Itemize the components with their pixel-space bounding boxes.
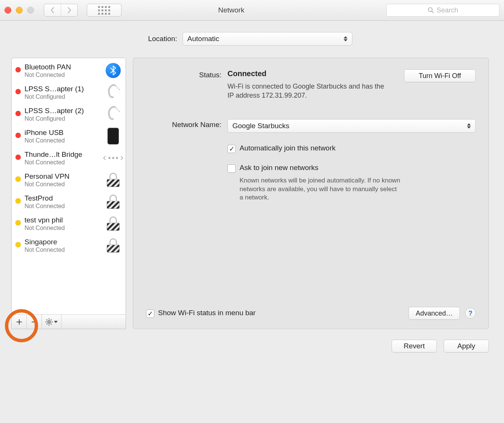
search-input[interactable]: Search <box>386 4 499 17</box>
service-status: Not Configured <box>25 93 101 100</box>
location-value: Automatic <box>187 35 219 43</box>
show-menubar-checkbox-row[interactable]: Show Wi-Fi status in menu bar <box>146 309 256 318</box>
add-service-button[interactable] <box>12 315 27 329</box>
service-status: Not Connected <box>25 225 101 231</box>
ask-join-checkbox[interactable] <box>227 164 236 173</box>
show-menubar-checkbox[interactable] <box>146 310 154 318</box>
service-sidebar: Bluetooth PANNot ConnectedLPSS S…apter (… <box>11 58 126 329</box>
footer-buttons: Revert Apply <box>11 340 489 352</box>
service-item[interactable]: iPhone USBNot Connected <box>12 125 126 147</box>
service-status: Not Connected <box>25 72 101 78</box>
service-item[interactable]: Personal VPNNot Connected <box>12 169 126 191</box>
revert-button[interactable]: Revert <box>392 340 437 352</box>
search-icon <box>427 7 434 14</box>
minimize-window-button[interactable] <box>16 7 23 14</box>
service-status: Not Connected <box>25 247 101 253</box>
auto-join-checkbox-row[interactable]: Automatically join this network <box>227 144 476 153</box>
auto-join-label: Automatically join this network <box>240 144 336 152</box>
question-icon: ? <box>469 310 473 317</box>
service-action-menu[interactable] <box>42 315 61 329</box>
thunderbolt-icon <box>104 156 123 159</box>
status-label: Status: <box>146 69 221 79</box>
minus-icon <box>31 319 38 325</box>
status-led-icon <box>15 155 21 160</box>
forward-button[interactable] <box>61 4 77 16</box>
serial-phone-icon <box>105 105 121 124</box>
svg-line-15 <box>47 323 48 324</box>
search-placeholder: Search <box>436 6 458 14</box>
bluetooth-icon <box>106 63 121 78</box>
wifi-toggle-button[interactable]: Turn Wi-Fi Off <box>404 69 476 82</box>
service-item[interactable]: TestProdNot Connected <box>12 191 126 213</box>
ask-join-label: Ask to join new networks <box>240 164 318 172</box>
window-title: Network <box>80 6 383 14</box>
plus-icon <box>16 319 23 325</box>
svg-line-16 <box>51 319 51 320</box>
svg-point-4 <box>119 89 120 90</box>
svg-point-5 <box>116 108 117 109</box>
svg-point-7 <box>119 110 120 112</box>
location-label: Location: <box>148 35 177 43</box>
service-name: Bluetooth PAN <box>25 63 101 71</box>
lock-icon <box>107 238 120 253</box>
help-button[interactable]: ? <box>465 308 476 319</box>
svg-point-2 <box>116 86 117 87</box>
status-led-icon <box>15 89 21 94</box>
advanced-button[interactable]: Advanced… <box>409 307 460 320</box>
svg-line-14 <box>51 323 51 324</box>
stepper-icon <box>344 35 349 43</box>
service-name: LPSS S…apter (1) <box>25 85 101 93</box>
nav-segment <box>44 4 78 17</box>
gear-icon <box>45 318 53 326</box>
status-led-icon <box>15 220 21 225</box>
network-name-value: Google Starbucks <box>232 122 289 130</box>
status-led-icon <box>15 111 21 116</box>
window-controls <box>5 7 34 14</box>
location-select[interactable]: Automatic <box>183 32 352 46</box>
status-led-icon <box>15 198 21 204</box>
network-name-select[interactable]: Google Starbucks <box>227 119 476 133</box>
service-status: Not Connected <box>25 203 101 210</box>
remove-service-button[interactable] <box>27 315 42 329</box>
ask-join-checkbox-row[interactable]: Ask to join new networks <box>227 164 476 173</box>
close-window-button[interactable] <box>5 7 11 14</box>
service-list[interactable]: Bluetooth PANNot ConnectedLPSS S…apter (… <box>12 58 126 314</box>
service-item[interactable]: SingaporeNot Connected <box>12 234 126 256</box>
lock-icon <box>107 216 120 231</box>
chevron-right-icon <box>67 7 72 14</box>
auto-join-checkbox[interactable] <box>227 145 236 153</box>
service-status: Not Connected <box>25 181 101 188</box>
service-item[interactable]: test vpn philNot Connected <box>12 213 126 234</box>
service-name: Personal VPN <box>25 172 101 181</box>
service-name: test vpn phil <box>25 216 101 224</box>
service-item[interactable]: Thunde…lt BridgeNot Connected <box>12 147 126 169</box>
svg-line-13 <box>47 319 48 320</box>
apply-button[interactable]: Apply <box>444 340 489 352</box>
service-name: LPSS S…apter (2) <box>25 107 101 115</box>
service-item[interactable]: LPSS S…apter (2)Not Configured <box>12 103 126 125</box>
service-name: TestProd <box>25 194 101 202</box>
iphone-icon <box>108 128 119 144</box>
status-led-icon <box>15 67 21 72</box>
svg-line-1 <box>432 11 434 13</box>
chevron-down-icon <box>54 321 58 323</box>
svg-point-6 <box>117 109 118 110</box>
service-item[interactable]: LPSS S…apter (1)Not Configured <box>12 81 126 103</box>
titlebar: Network Search <box>0 0 504 21</box>
lock-icon <box>107 195 120 209</box>
svg-point-8 <box>48 320 50 323</box>
svg-point-3 <box>117 87 118 89</box>
network-name-label: Network Name: <box>146 119 221 129</box>
ask-join-hint: Known networks will be joined automatica… <box>240 176 402 202</box>
service-name: Singapore <box>25 238 101 246</box>
service-item[interactable]: Bluetooth PANNot Connected <box>12 60 126 81</box>
serial-phone-icon <box>105 83 121 102</box>
location-row: Location: Automatic <box>11 32 489 46</box>
status-value: Connected <box>227 69 396 78</box>
service-status: Not Connected <box>25 159 101 166</box>
show-menubar-label: Show Wi-Fi status in menu bar <box>158 309 256 317</box>
chevron-left-icon <box>50 7 55 14</box>
service-footer <box>12 314 126 329</box>
status-led-icon <box>15 133 21 138</box>
back-button[interactable] <box>44 4 61 16</box>
